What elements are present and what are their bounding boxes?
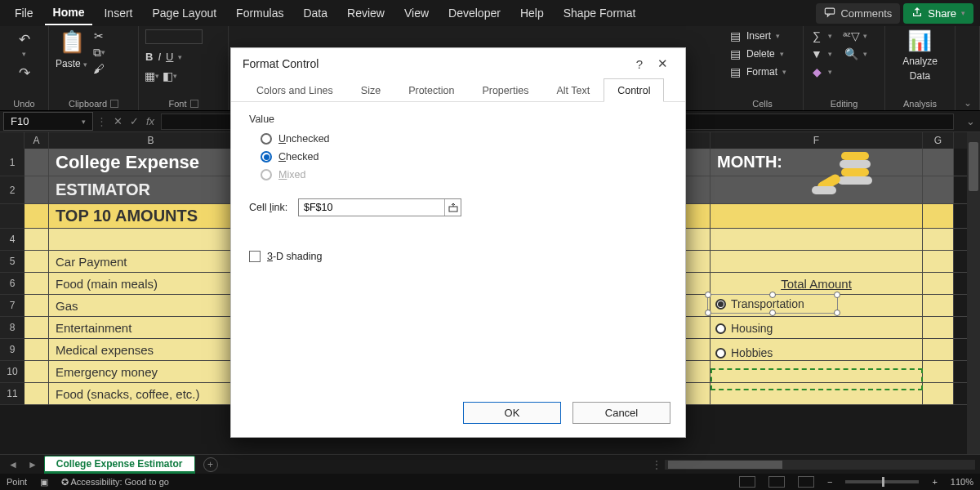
cell-link-input[interactable]	[299, 199, 444, 216]
paste-button[interactable]: Paste ▾	[56, 58, 87, 69]
accessibility-status[interactable]: ✪ Accessibility: Good to go	[61, 477, 169, 488]
fill-color-button[interactable]: ◧▾	[163, 69, 176, 82]
group-clipboard-label: Clipboard	[69, 99, 107, 109]
enter-formula-button[interactable]: ✓	[127, 115, 141, 127]
share-button[interactable]: Share ▾	[903, 3, 973, 24]
range-picker-button[interactable]	[444, 199, 461, 216]
row-header-10[interactable]: 10	[0, 361, 24, 383]
fill-button[interactable]: ▼	[810, 47, 823, 60]
row-header-9[interactable]: 9	[0, 339, 24, 361]
radio-transportation[interactable]: Transportation	[715, 297, 804, 310]
underline-button[interactable]: U	[166, 51, 173, 63]
checkbox-icon	[249, 251, 261, 262]
autosum-button[interactable]: ∑	[810, 29, 823, 42]
col-header-f[interactable]: F	[710, 132, 923, 149]
tab-developer[interactable]: Developer	[440, 2, 509, 24]
zoom-level[interactable]: 110%	[951, 477, 973, 487]
font-launcher[interactable]	[190, 100, 198, 108]
redo-button[interactable]: ↷	[16, 63, 33, 83]
cut-button[interactable]: ✂	[92, 29, 105, 42]
macro-record-icon[interactable]: ▣	[40, 477, 48, 488]
radio-unchecked[interactable]: Unchecked	[249, 130, 667, 148]
row-header-2[interactable]: 2	[0, 176, 24, 204]
tab-formulas[interactable]: Formulas	[228, 2, 292, 24]
dlg-tab-control[interactable]: Control	[604, 78, 664, 102]
analyze-data-icon: 📊	[907, 29, 932, 52]
col-header-b[interactable]: B	[49, 132, 253, 149]
col-header-g[interactable]: G	[923, 132, 954, 149]
dlg-tab-properties[interactable]: Properties	[468, 78, 542, 102]
insert-cells-icon: ▤	[728, 29, 742, 42]
find-select-button[interactable]: 🔍	[845, 47, 858, 60]
delete-cells-button[interactable]: Delete	[746, 48, 775, 60]
zoom-in-button[interactable]: +	[932, 477, 937, 487]
sheet-nav-next[interactable]: ►	[24, 459, 41, 470]
tab-shape-format[interactable]: Shape Format	[555, 2, 644, 24]
cancel-formula-button[interactable]: ✕	[110, 115, 125, 127]
clipboard-launcher[interactable]	[110, 100, 118, 108]
expand-formula-bar[interactable]: ⌄	[960, 115, 980, 127]
italic-button[interactable]: I	[158, 51, 161, 63]
tab-page-layout[interactable]: Page Layout	[144, 2, 225, 24]
font-family-dropdown[interactable]	[145, 29, 203, 44]
zoom-out-button[interactable]: −	[827, 477, 832, 487]
radio-checked[interactable]: Checked	[249, 148, 667, 166]
copy-button[interactable]: ⧉ ▾	[92, 46, 105, 59]
tab-home[interactable]: Home	[45, 1, 93, 25]
view-normal-button[interactable]	[739, 476, 755, 488]
row-header-3[interactable]	[0, 204, 24, 229]
insert-function-button[interactable]: fx	[143, 115, 158, 127]
undo-button[interactable]: ↶ ▾	[16, 29, 33, 60]
name-box[interactable]: F10 ▾	[3, 112, 93, 131]
group-font-label: Font	[168, 99, 186, 109]
dlg-tab-size[interactable]: Size	[347, 78, 394, 102]
ribbon-collapse-button[interactable]: ⌄	[964, 97, 972, 109]
view-page-break-button[interactable]	[798, 476, 814, 488]
row-header-6[interactable]: 6	[0, 273, 24, 295]
borders-button[interactable]: ▦▾	[145, 69, 158, 82]
row-header-1[interactable]: 1	[0, 149, 24, 176]
clear-button[interactable]: ◆	[810, 65, 823, 78]
radio-housing[interactable]: Housing	[715, 322, 773, 335]
insert-cells-button[interactable]: Insert	[746, 30, 771, 42]
analyze-data-button[interactable]: Analyze	[902, 56, 938, 67]
dialog-title: Format Control	[243, 57, 318, 70]
dialog-help-button[interactable]: ?	[628, 57, 651, 71]
format-cells-button[interactable]: Format	[746, 66, 777, 78]
view-page-layout-button[interactable]	[768, 476, 785, 488]
select-all-button[interactable]	[0, 132, 24, 149]
row-header-8[interactable]: 8	[0, 317, 24, 339]
dlg-tab-alt-text[interactable]: Alt Text	[542, 78, 604, 102]
group-analysis-label: Analysis	[892, 97, 948, 109]
new-sheet-button[interactable]: +	[203, 457, 218, 472]
col-header-a[interactable]: A	[24, 132, 49, 149]
tab-file[interactable]: File	[7, 2, 42, 24]
row-header-11[interactable]: 11	[0, 383, 24, 405]
tab-review[interactable]: Review	[339, 2, 393, 24]
shading-checkbox[interactable]: 3-D shading	[249, 251, 667, 262]
sheet-tab-active[interactable]: College Expense Estimator	[44, 456, 195, 474]
ok-button[interactable]: OK	[463, 402, 561, 424]
cell-link-label: Cell link:	[249, 202, 290, 213]
radio-hobbies[interactable]: Hobbies	[715, 346, 773, 359]
tab-help[interactable]: Help	[512, 2, 552, 24]
format-painter-button[interactable]: 🖌	[92, 62, 105, 75]
row-header-5[interactable]: 5	[0, 251, 24, 273]
vertical-scrollbar[interactable]	[967, 132, 980, 454]
bold-button[interactable]: B	[145, 51, 153, 63]
cancel-button[interactable]: Cancel	[572, 402, 670, 424]
horizontal-scrollbar[interactable]	[665, 460, 975, 470]
dlg-tab-colors[interactable]: Colors and Lines	[243, 78, 347, 102]
sheet-nav-prev[interactable]: ◄	[5, 459, 21, 470]
tab-data[interactable]: Data	[295, 2, 336, 24]
sort-filter-button[interactable]: ᵃᶻ▽	[845, 29, 858, 42]
dialog-close-button[interactable]: ✕	[651, 56, 674, 71]
delete-cells-icon: ▤	[728, 47, 742, 60]
comments-button[interactable]: Comments	[816, 3, 900, 24]
zoom-slider[interactable]	[845, 480, 919, 483]
tab-view[interactable]: View	[396, 2, 437, 24]
row-header-7[interactable]: 7	[0, 295, 24, 317]
dlg-tab-protection[interactable]: Protection	[394, 78, 468, 102]
tab-insert[interactable]: Insert	[96, 2, 140, 24]
row-header-4[interactable]: 4	[0, 229, 24, 251]
